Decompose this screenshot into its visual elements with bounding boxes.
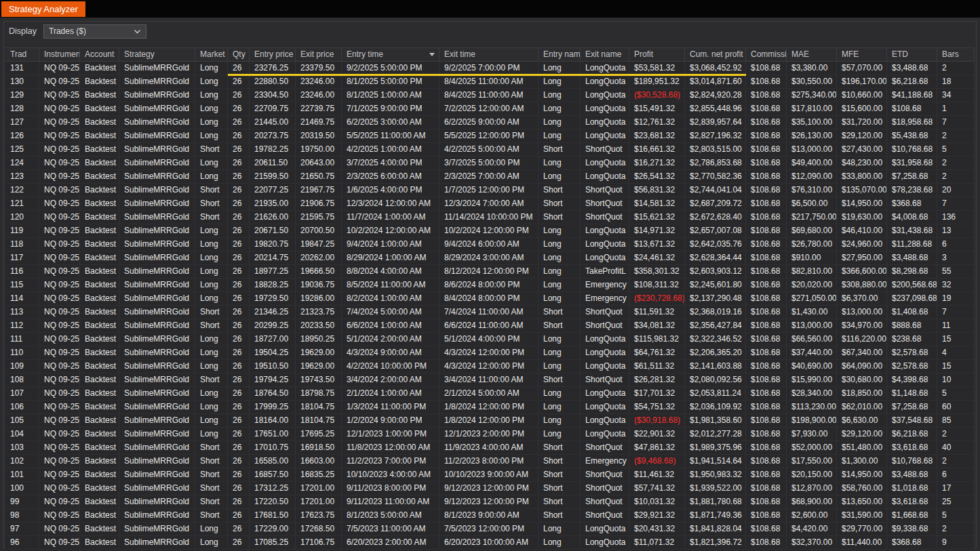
display-select[interactable]: Trades ($) [43, 24, 146, 39]
table-row[interactable]: 118NQ 09-25BacktestSublimeMRRGoldLong261… [5, 238, 975, 251]
column-header-market-position[interactable]: Market [195, 48, 228, 61]
table-row[interactable]: 128NQ 09-25BacktestSublimeMRRGoldLong262… [5, 102, 975, 116]
cell-commission: $108.68 [746, 441, 787, 454]
table-row[interactable]: 125NQ 09-25BacktestSublimeMRRGoldShort26… [5, 143, 975, 157]
cell-cum-net-profit: $3,014,871.60 [685, 75, 746, 88]
cell-etd: $18,958.68 [887, 116, 937, 129]
table-row[interactable]: 126NQ 09-25BacktestSublimeMRRGoldLong262… [5, 129, 975, 143]
cell-cum-net-profit: $2,770,582.36 [685, 170, 746, 183]
cell-exit-time: 7/4/2024 11:00:00 AM [439, 306, 538, 319]
cell-profit: $11,591.32 [629, 306, 685, 319]
table-row[interactable]: 130NQ 09-25BacktestSublimeMRRGoldLong262… [5, 75, 975, 89]
cell-bars: 18 [937, 75, 975, 88]
table-row[interactable]: 101NQ 09-25BacktestSublimeMRRGoldShort26… [5, 468, 975, 482]
column-header-entry-price[interactable]: Entry price [250, 48, 296, 61]
column-header-mae[interactable]: MAE [787, 48, 837, 61]
column-header-trade-number[interactable]: Trad [5, 48, 39, 61]
table-row[interactable]: 108NQ 09-25BacktestSublimeMRRGoldShort26… [5, 373, 975, 387]
cell-entry-name: Long [538, 387, 581, 400]
cell-exit-price: 19629.00 [296, 360, 342, 373]
column-header-entry-name[interactable]: Entry nam [538, 48, 581, 61]
cell-etd: $31,438.68 [887, 224, 937, 237]
table-row[interactable]: 131NQ 09-25BacktestSublimeMRRGoldLong262… [5, 62, 975, 75]
cell-qty: 26 [228, 319, 250, 332]
table-row[interactable]: 107NQ 09-25BacktestSublimeMRRGoldLong261… [5, 387, 975, 401]
table-row[interactable]: 123NQ 09-25BacktestSublimeMRRGoldLong262… [5, 170, 975, 184]
table-row[interactable]: 111NQ 09-25BacktestSublimeMRRGoldLong261… [5, 333, 975, 346]
column-header-entry-time[interactable]: Entry time [342, 48, 439, 61]
table-row[interactable]: 114NQ 09-25BacktestSublimeMRRGoldLong261… [5, 292, 975, 306]
column-header-exit-price[interactable]: Exit price [296, 48, 342, 61]
table-row[interactable]: 121NQ 09-25BacktestSublimeMRRGoldShort26… [5, 197, 975, 211]
column-header-mfe[interactable]: MFE [837, 48, 887, 61]
cell-commission: $108.68 [746, 89, 787, 102]
table-row[interactable]: 124NQ 09-25BacktestSublimeMRRGoldLong262… [5, 157, 975, 170]
cell-profit: $15,621.32 [629, 211, 685, 224]
cell-instrument: NQ 09-25 [39, 224, 80, 237]
cell-entry-price: 20671.50 [250, 224, 296, 237]
column-header-profit[interactable]: Profit [629, 48, 685, 61]
titlebar: Strategy Analyzer [0, 0, 980, 18]
table-row[interactable]: 110NQ 09-25BacktestSublimeMRRGoldLong261… [5, 346, 975, 360]
cell-bars: 2 [937, 455, 975, 468]
table-row[interactable]: 122NQ 09-25BacktestSublimeMRRGoldShort26… [5, 184, 975, 197]
table-row[interactable]: 127NQ 09-25BacktestSublimeMRRGoldLong262… [5, 116, 975, 129]
table-row[interactable]: 120NQ 09-25BacktestSublimeMRRGoldShort26… [5, 211, 975, 224]
table-row[interactable]: 115NQ 09-25BacktestSublimeMRRGoldLong261… [5, 279, 975, 292]
cell-exit-name: LongQuota [581, 536, 629, 549]
cell-mfe: $6,370.00 [837, 292, 887, 305]
cell-trade-number: 127 [5, 116, 39, 129]
cell-strategy: SublimeMRRGold [119, 116, 195, 129]
table-row[interactable]: 129NQ 09-25BacktestSublimeMRRGoldLong262… [5, 89, 975, 102]
cell-cum-net-profit: $1,981,358.60 [685, 414, 746, 427]
column-header-qty[interactable]: Qty [228, 48, 250, 61]
column-header-instrument[interactable]: Instrument [39, 48, 80, 61]
column-header-exit-name[interactable]: Exit name [581, 48, 629, 61]
cell-account: Backtest [80, 211, 119, 224]
cell-exit-time: 4/2/2025 5:00:00 AM [439, 143, 538, 156]
cell-etd: $41,188.68 [887, 89, 937, 102]
column-header-exit-time[interactable]: Exit time [439, 48, 538, 61]
table-row[interactable]: 96NQ 09-25BacktestSublimeMRRGoldLong2617… [5, 536, 975, 550]
cell-mfe: $31,720.00 [837, 116, 887, 129]
column-header-strategy[interactable]: Strategy [119, 48, 195, 61]
cell-trade-number: 101 [5, 468, 39, 481]
column-header-cum-net-profit[interactable]: Cum. net profit [685, 48, 746, 61]
table-row[interactable]: 100NQ 09-25BacktestSublimeMRRGoldShort26… [5, 482, 975, 495]
column-header-bars[interactable]: Bars [937, 48, 975, 61]
table-row[interactable]: 112NQ 09-25BacktestSublimeMRRGoldShort26… [5, 319, 975, 333]
table-row[interactable]: 106NQ 09-25BacktestSublimeMRRGoldLong261… [5, 401, 975, 414]
cell-etd: $368.68 [887, 197, 937, 210]
table-row[interactable]: 116NQ 09-25BacktestSublimeMRRGoldLong261… [5, 265, 975, 279]
cell-mae: $2,600.00 [787, 509, 837, 522]
table-row[interactable]: 117NQ 09-25BacktestSublimeMRRGoldLong262… [5, 251, 975, 265]
cell-trade-number: 110 [5, 346, 39, 359]
tab-strategy-analyzer[interactable]: Strategy Analyzer [1, 1, 85, 17]
column-header-etd[interactable]: ETD [887, 48, 937, 61]
table-row[interactable]: 109NQ 09-25BacktestSublimeMRRGoldLong261… [5, 360, 975, 373]
cell-exit-time: 9/2/2025 7:00:00 PM [439, 62, 538, 75]
table-row[interactable]: 105NQ 09-25BacktestSublimeMRRGoldLong261… [5, 414, 975, 428]
table-row[interactable]: 113NQ 09-25BacktestSublimeMRRGoldShort26… [5, 306, 975, 319]
table-row[interactable]: 119NQ 09-25BacktestSublimeMRRGoldLong262… [5, 224, 975, 238]
cell-mae: $32,370.00 [787, 536, 837, 549]
table-row[interactable]: 103NQ 09-25BacktestSublimeMRRGoldShort26… [5, 441, 975, 455]
table-row[interactable]: 98NQ 09-25BacktestSublimeMRRGoldShort261… [5, 509, 975, 523]
cell-entry-price: 19820.75 [250, 238, 296, 251]
cell-entry-name: Short [538, 184, 581, 197]
cell-entry-time: 3/7/2025 4:00:00 PM [342, 157, 439, 169]
table-row[interactable]: 97NQ 09-25BacktestSublimeMRRGoldLong2617… [5, 523, 975, 536]
table-row[interactable]: 102NQ 09-25BacktestSublimeMRRGoldShort26… [5, 455, 975, 468]
column-header-account[interactable]: Account [80, 48, 119, 61]
table-row[interactable]: 99NQ 09-25BacktestSublimeMRRGoldShort261… [5, 495, 975, 509]
cell-account: Backtest [80, 482, 119, 495]
table-row[interactable]: 104NQ 09-25BacktestSublimeMRRGoldLong261… [5, 428, 975, 441]
cell-mfe: $1,300.00 [837, 455, 887, 468]
cell-trade-number: 106 [5, 401, 39, 413]
cell-exit-price: 18104.75 [296, 414, 342, 427]
cell-mae: $52,000.00 [787, 441, 837, 454]
tab-title: Strategy Analyzer [9, 4, 78, 14]
cell-etd: $200,568.68 [887, 279, 937, 291]
column-header-commission[interactable]: Commissio [746, 48, 787, 61]
cell-mfe: $15,600.00 [837, 102, 887, 115]
